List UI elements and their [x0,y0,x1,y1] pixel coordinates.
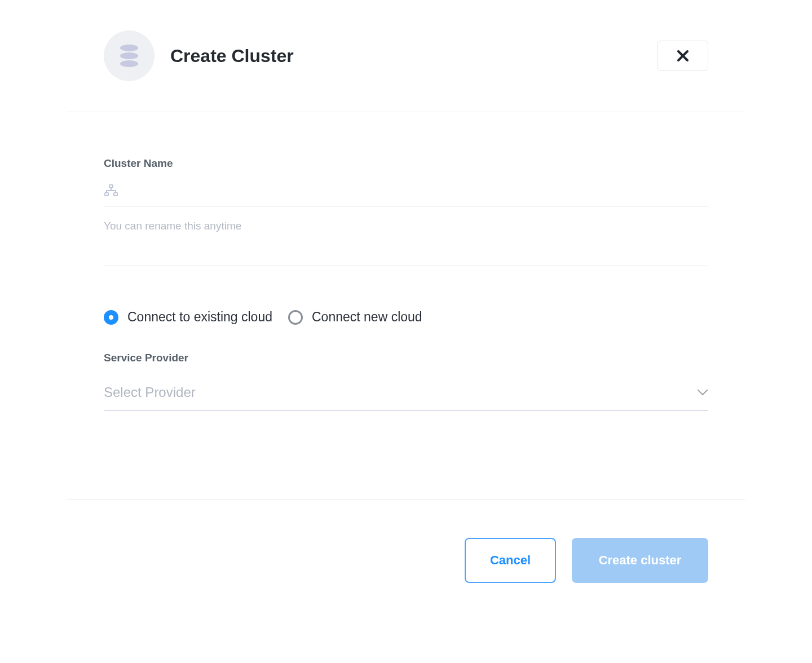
cloud-connection-radio-group: Connect to existing cloud Connect new cl… [104,310,708,325]
cluster-icon-circle [104,30,155,81]
svg-point-2 [120,60,138,67]
section-divider [104,265,708,266]
radio-selected-icon [104,310,118,325]
radio-label: Connect new cloud [312,310,422,325]
svg-rect-3 [109,185,113,188]
close-icon [676,49,690,63]
service-provider-select[interactable]: Select Provider [104,375,708,411]
cluster-name-input-row [104,181,708,206]
svg-rect-5 [114,193,117,196]
radio-new-cloud[interactable]: Connect new cloud [288,310,422,325]
service-provider-label: Service Provider [104,352,708,364]
cancel-button[interactable]: Cancel [465,538,556,583]
chevron-down-icon [697,389,708,396]
dialog-body: Cluster Name You can rename this anytime… [67,112,745,434]
network-icon [104,184,118,197]
dialog-footer: Cancel Create cluster [67,499,745,583]
dialog-header: Create Cluster [67,0,745,112]
database-icon [118,43,140,68]
service-provider-field: Service Provider Select Provider [104,352,708,411]
cluster-name-helper: You can rename this anytime [104,220,708,232]
dialog-title: Create Cluster [170,46,294,67]
create-cluster-button[interactable]: Create cluster [572,538,708,583]
svg-point-1 [120,52,138,59]
radio-label: Connect to existing cloud [127,310,272,325]
close-button[interactable] [657,41,708,71]
svg-point-0 [120,45,138,51]
cluster-name-field: Cluster Name You can rename this anytime [104,157,708,232]
cluster-name-input[interactable] [126,183,708,198]
radio-unselected-icon [288,310,303,325]
radio-existing-cloud[interactable]: Connect to existing cloud [104,310,272,325]
svg-rect-4 [105,193,108,196]
cluster-name-label: Cluster Name [104,157,708,170]
select-placeholder: Select Provider [104,384,196,400]
header-left: Create Cluster [104,30,294,81]
create-cluster-dialog: Create Cluster Cluster Name You can rena… [67,0,745,583]
